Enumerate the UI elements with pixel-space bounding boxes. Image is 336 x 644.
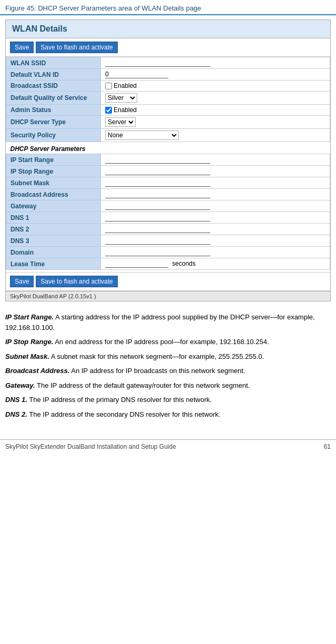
dhcp-type-row: DHCP Server Type Server Relay None: [6, 116, 330, 129]
desc-subnet-term: Subnet Mask.: [5, 353, 49, 360]
desc-ip-stop: IP Stop Range. An end address for the IP…: [5, 337, 331, 347]
save-button-bottom[interactable]: Save: [10, 276, 34, 287]
dns2-input[interactable]: [105, 225, 210, 233]
gateway-cell: [101, 200, 330, 212]
desc-dns1-term: DNS 1.: [5, 396, 27, 404]
admin-status-checkbox[interactable]: [105, 107, 112, 114]
wlan-ssid-row: WLAN SSID: [6, 57, 330, 69]
admin-status-row: Admin Status Enabled: [6, 105, 330, 116]
ip-stop-input[interactable]: [105, 167, 210, 175]
gateway-label: Gateway: [6, 200, 101, 212]
subnet-mask-cell: [101, 177, 330, 189]
broadcast-address-label: Broadcast Address: [6, 189, 101, 200]
subnet-mask-row: Subnet Mask: [6, 177, 330, 189]
flash-button-top[interactable]: Save to flash and activate: [36, 42, 117, 53]
subnet-mask-input[interactable]: [105, 179, 210, 187]
security-policy-label: Security Policy: [6, 129, 101, 142]
firmware-footer: SkyPilot DualBand AP (2.0.15v1 ): [6, 291, 330, 301]
description-section: IP Start Range. A starting address for t…: [0, 307, 336, 429]
ip-start-input[interactable]: [105, 156, 210, 164]
broadcast-ssid-label: Broadcast SSID: [6, 80, 101, 92]
desc-dns1: DNS 1. The IP address of the primary DNS…: [5, 395, 331, 405]
qos-cell: Silver Gold Bronze None: [101, 92, 330, 105]
dns3-label: DNS 3: [6, 235, 101, 247]
ip-start-cell: [101, 154, 330, 166]
broadcast-ssid-cell: Enabled: [101, 80, 330, 92]
dns2-cell: [101, 224, 330, 235]
desc-dns2: DNS 2. The IP address of the secondary D…: [5, 409, 331, 420]
dhcp-type-select[interactable]: Server Relay None: [105, 117, 136, 127]
wlan-ssid-label: WLAN SSID: [6, 57, 101, 69]
save-button-top[interactable]: Save: [10, 42, 34, 53]
dhcp-section-heading: DHCP Server Parameters: [6, 142, 330, 154]
security-policy-select[interactable]: None WEP WPA: [105, 130, 179, 140]
desc-dns2-term: DNS 2.: [5, 410, 27, 418]
broadcast-address-row: Broadcast Address: [6, 189, 330, 200]
vlan-id-row: Default VLAN ID: [6, 69, 330, 80]
ip-stop-label: IP Stop Range: [6, 166, 101, 177]
desc-broadcast: Broadcast Address. An IP address for IP …: [5, 366, 331, 376]
domain-row: Domain: [6, 247, 330, 258]
ip-start-row: IP Start Range: [6, 154, 330, 166]
domain-cell: [101, 247, 330, 258]
domain-label: Domain: [6, 247, 101, 258]
flash-button-bottom[interactable]: Save to flash and activate: [36, 276, 117, 287]
admin-status-label: Admin Status: [6, 105, 101, 116]
bottom-button-row: Save Save to flash and activate: [6, 272, 330, 291]
broadcast-ssid-row: Broadcast SSID Enabled: [6, 80, 330, 92]
domain-input[interactable]: [105, 248, 210, 256]
dns2-label: DNS 2: [6, 224, 101, 235]
dns1-row: DNS 1: [6, 212, 330, 224]
dhcp-section-header-row: DHCP Server Parameters: [6, 142, 330, 154]
broadcast-address-input[interactable]: [105, 190, 210, 198]
dns1-label: DNS 1: [6, 212, 101, 224]
desc-gateway: Gateway. The IP address of the default g…: [5, 380, 331, 391]
wlan-ssid-cell: [101, 57, 330, 69]
desc-subnet: Subnet Mask. A subnet mask for this netw…: [5, 351, 331, 362]
broadcast-ssid-checkbox-label: Enabled: [105, 82, 325, 89]
admin-status-cell: Enabled: [101, 105, 330, 116]
broadcast-ssid-enabled-text: Enabled: [114, 82, 137, 89]
ip-start-label: IP Start Range: [6, 154, 101, 166]
seconds-label: seconds: [172, 260, 196, 267]
admin-status-checkbox-label: Enabled: [105, 106, 325, 114]
dhcp-type-label: DHCP Server Type: [6, 116, 101, 129]
vlan-id-label: Default VLAN ID: [6, 69, 101, 80]
page-footer: SkyPilot SkyExtender DualBand Installati…: [0, 439, 336, 454]
subnet-mask-label: Subnet Mask: [6, 177, 101, 189]
ip-stop-cell: [101, 166, 330, 177]
lease-time-label: Lease Time: [6, 258, 101, 270]
lease-time-cell: seconds: [101, 258, 330, 270]
gateway-row: Gateway: [6, 200, 330, 212]
vlan-id-cell: [101, 69, 330, 80]
page-number: 61: [324, 443, 331, 450]
desc-ip-stop-term: IP Stop Range.: [5, 338, 53, 346]
desc-broadcast-term: Broadcast Address.: [5, 367, 69, 375]
security-policy-row: Security Policy None WEP WPA: [6, 129, 330, 142]
broadcast-ssid-checkbox[interactable]: [105, 83, 112, 89]
qos-row: Default Quality of Service Silver Gold B…: [6, 92, 330, 105]
dns1-input[interactable]: [105, 214, 210, 222]
main-form-table: WLAN SSID Default VLAN ID Broadcast SSID: [6, 57, 330, 270]
security-policy-cell: None WEP WPA: [101, 129, 330, 142]
gateway-input[interactable]: [105, 202, 210, 210]
dhcp-type-cell: Server Relay None: [101, 116, 330, 129]
dns1-cell: [101, 212, 330, 224]
desc-ip-start-term: IP Start Range.: [5, 313, 54, 321]
qos-select[interactable]: Silver Gold Bronze None: [105, 93, 137, 103]
vlan-id-input[interactable]: [105, 71, 168, 78]
lease-time-row: Lease Time seconds: [6, 258, 330, 270]
desc-ip-start: IP Start Range. A starting address for t…: [5, 312, 331, 333]
admin-status-enabled-text: Enabled: [114, 106, 137, 114]
top-button-row: Save Save to flash and activate: [6, 38, 330, 57]
footer-text: SkyPilot SkyExtender DualBand Installati…: [5, 443, 176, 450]
wlan-details-box: WLAN Details Save Save to flash and acti…: [5, 19, 331, 301]
dns2-row: DNS 2: [6, 224, 330, 235]
dns3-row: DNS 3: [6, 235, 330, 247]
ip-stop-row: IP Stop Range: [6, 166, 330, 177]
lease-time-input[interactable]: [105, 260, 168, 268]
figure-caption: Figure 45. DHCP Server Parameters area o…: [0, 0, 336, 15]
dns3-input[interactable]: [105, 237, 210, 245]
wlan-ssid-input[interactable]: [105, 59, 210, 67]
dns3-cell: [101, 235, 330, 247]
